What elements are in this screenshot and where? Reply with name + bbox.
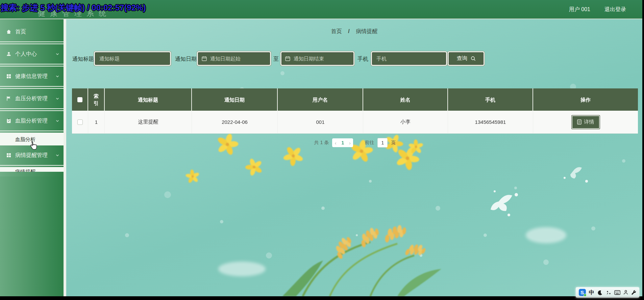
document-icon — [577, 119, 581, 125]
chevron-down-icon — [55, 97, 59, 101]
date-to-label: 至 — [273, 56, 279, 63]
sidebar-background-fill — [0, 176, 64, 296]
notice-title-label: 通知标题 — [72, 56, 94, 63]
phone-input[interactable] — [376, 55, 442, 62]
video-osd-text: 搜索: 步进 5 秒(关键帧) / 00:02:57(92%) — [1, 2, 146, 13]
grid-icon — [6, 74, 11, 79]
pager: ‹ 1 › — [332, 138, 353, 147]
sidebar-item-personal-center[interactable]: 个人中心 — [0, 44, 64, 64]
ime-toolbar: S 中 — [576, 287, 639, 298]
search-button[interactable]: 查询 — [449, 52, 484, 65]
logout-link[interactable]: 退出登录 — [604, 6, 626, 13]
letterbox-right — [642, 0, 644, 300]
sidebar-subitem-label: 病情提醒 — [15, 169, 64, 172]
column-header-username: 用户名 — [278, 88, 363, 111]
user-tool-icon[interactable] — [623, 290, 628, 295]
chevron-down-icon — [55, 119, 59, 123]
user-icon — [6, 51, 11, 57]
sidebar-divider — [0, 165, 64, 168]
sidebar-item-label: 健康信息管理 — [15, 73, 55, 80]
sidebar-subitem-blood-lipid-analysis[interactable]: 血脂分析 — [0, 133, 64, 145]
sidebar-item-label: 个人中心 — [15, 51, 55, 58]
sidebar-item-condition-reminder-mgmt[interactable]: 病情提醒管理 — [0, 145, 64, 165]
column-header-name: 姓名 — [363, 88, 448, 111]
punctuation-icon[interactable] — [606, 290, 611, 295]
sidebar-item-label: 血脂分析管理 — [15, 117, 55, 125]
sidebar-divider — [0, 131, 64, 133]
sidebar-item-home[interactable]: 首页 — [0, 22, 64, 42]
breadcrumb-home[interactable]: 首页 — [331, 28, 342, 34]
total-count-label: 共 1 条 — [314, 140, 329, 146]
goto-page-input[interactable] — [377, 138, 388, 147]
chevron-down-icon — [55, 74, 59, 78]
half-width-moon-icon[interactable] — [597, 290, 603, 295]
table-row: 1 这里提醒 2022-04-06 001 小李 13456545981 详情 — [72, 111, 638, 134]
cell-date: 2022-04-06 — [192, 111, 278, 134]
column-header-index: 索引 — [88, 88, 105, 111]
notice-title-input[interactable] — [99, 55, 166, 62]
current-user-label: 用户 001 — [569, 6, 590, 13]
sidebar-item-blood-pressure[interactable]: 血压分析管理 — [0, 89, 64, 108]
page-unit-label: 页 — [391, 140, 396, 146]
column-header-title: 通知标题 — [105, 88, 192, 111]
date-start-input-wrap — [198, 52, 270, 65]
sogou-logo-icon[interactable]: S — [579, 289, 586, 296]
breadcrumb: 首页 / 病情提醒 — [66, 28, 642, 35]
breadcrumb-separator: / — [348, 28, 349, 34]
column-header-date: 通知日期 — [192, 88, 278, 111]
cell-index: 1 — [88, 111, 105, 134]
sidebar-subitem-condition-reminder[interactable]: 病情提醒 — [0, 168, 64, 172]
clipboard-icon — [6, 118, 11, 124]
app-window: 健康管理系统 用户 001 退出登录 首页 个人中心 — [0, 0, 642, 296]
reminder-table: 索引 通知标题 通知日期 用户名 姓名 手机 操作 1 这里提醒 2022-04… — [72, 88, 638, 134]
notice-title-input-wrap — [95, 52, 170, 65]
sidebar-item-blood-lipid-mgmt[interactable]: 血脂分析管理 — [0, 111, 64, 131]
cell-title: 这里提醒 — [105, 111, 192, 134]
date-end-input-wrap — [281, 52, 353, 65]
sidebar-item-label: 首页 — [15, 28, 59, 35]
detail-button-label: 详情 — [584, 119, 594, 125]
sidebar-divider — [0, 64, 64, 66]
calendar-icon — [202, 56, 207, 61]
column-header-phone: 手机 — [448, 88, 533, 111]
prev-page-button[interactable]: ‹ — [335, 140, 337, 145]
sidebar-divider — [0, 42, 64, 44]
search-icon — [471, 56, 476, 61]
row-checkbox[interactable] — [77, 119, 83, 125]
chevron-down-icon — [55, 153, 59, 157]
notice-date-label: 通知日期 — [175, 56, 197, 63]
current-page-number[interactable]: 1 — [341, 140, 344, 145]
cell-phone: 13456545981 — [448, 111, 533, 134]
home-icon — [6, 29, 11, 34]
flag-icon — [6, 96, 11, 101]
calendar-icon — [285, 56, 290, 61]
phone-input-wrap — [372, 52, 446, 65]
column-header-action: 操作 — [533, 88, 638, 111]
table-header-row: 索引 通知标题 通知日期 用户名 姓名 手机 操作 — [72, 88, 638, 111]
select-all-checkbox[interactable] — [77, 97, 82, 102]
main-content: 首页 / 病情提醒 通知标题 通知日期 至 — [66, 19, 642, 296]
cell-name: 小李 — [363, 111, 448, 134]
sidebar: 首页 个人中心 健康信息管理 血压分析 — [0, 19, 64, 296]
chinese-mode-icon[interactable]: 中 — [589, 290, 594, 295]
phone-label: 手机 — [357, 56, 368, 63]
sidebar-item-label: 血压分析管理 — [15, 95, 55, 102]
goto-label: 前往 — [365, 140, 374, 146]
grid-icon — [6, 153, 11, 158]
cell-action: 详情 — [533, 111, 638, 134]
next-page-button[interactable]: › — [349, 140, 351, 145]
sidebar-divider — [0, 86, 64, 89]
keyboard-icon[interactable] — [614, 290, 620, 295]
wrench-icon[interactable] — [631, 290, 636, 295]
detail-button[interactable]: 详情 — [572, 115, 600, 129]
date-start-input[interactable] — [209, 55, 266, 62]
breadcrumb-current: 病情提醒 — [356, 28, 377, 34]
cell-username: 001 — [278, 111, 363, 134]
sidebar-divider — [0, 108, 64, 111]
filter-bar: 通知标题 通知日期 至 手机 — [66, 52, 642, 66]
date-end-input[interactable] — [293, 55, 350, 62]
sidebar-subitem-label: 血脂分析 — [15, 136, 35, 143]
sidebar-item-health-info[interactable]: 健康信息管理 — [0, 66, 64, 86]
row-select-cell — [72, 111, 88, 134]
sidebar-item-label: 病情提醒管理 — [15, 152, 55, 159]
